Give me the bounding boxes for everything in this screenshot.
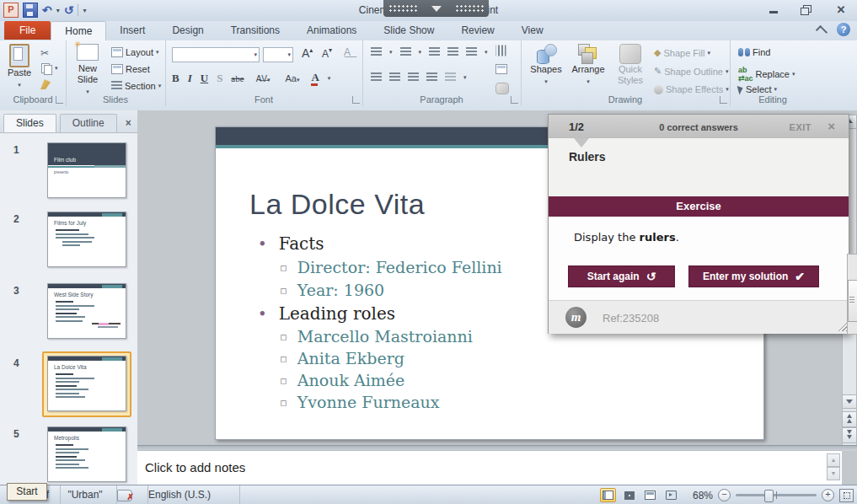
shape-outline-button[interactable]: ✎Shape Outline▾ bbox=[654, 66, 728, 77]
close-button[interactable]: ✕ bbox=[830, 3, 852, 16]
tab-design[interactable]: Design bbox=[158, 21, 217, 40]
slide-title[interactable]: La Dolce Vita bbox=[249, 188, 425, 221]
align-text-button[interactable] bbox=[495, 64, 507, 74]
exercise-drag-handle[interactable] bbox=[383, 0, 489, 17]
select-button[interactable]: Select▾ bbox=[738, 84, 777, 94]
align-left-icon[interactable] bbox=[371, 72, 382, 83]
notes-scroll-down-icon[interactable]: ▼ bbox=[827, 467, 840, 480]
shapes-button[interactable]: Shapes▾ bbox=[528, 44, 565, 87]
tab-view[interactable]: View bbox=[508, 21, 557, 40]
bullet-level2[interactable]: Anouk Aimée bbox=[280, 371, 404, 389]
zoom-level[interactable]: 68% bbox=[684, 490, 713, 501]
thumbnail-canvas[interactable]: Films for July bbox=[47, 212, 126, 267]
copy-button[interactable]: ▾ bbox=[40, 62, 58, 74]
exercise-scrollbar[interactable] bbox=[847, 254, 857, 335]
bullet-level2[interactable]: Marcello Mastroianni bbox=[280, 327, 473, 346]
minimize-button[interactable] bbox=[763, 3, 785, 16]
format-painter-button[interactable] bbox=[40, 79, 51, 89]
numbering-icon[interactable] bbox=[400, 47, 411, 57]
bullet-level2[interactable]: Yvonne Furneaux bbox=[280, 393, 440, 411]
zoom-out-button[interactable]: − bbox=[718, 489, 731, 501]
strikethrough-button[interactable]: abe bbox=[231, 73, 244, 83]
columns-icon[interactable] bbox=[445, 72, 456, 83]
thumbnail-canvas[interactable]: West Side Story bbox=[47, 283, 126, 339]
tab-slide-show[interactable]: Slide Show bbox=[370, 21, 447, 40]
reset-button[interactable]: Reset bbox=[111, 64, 150, 74]
tab-outline[interactable]: Outline bbox=[60, 114, 117, 132]
exercise-close-icon[interactable]: × bbox=[828, 119, 835, 133]
decrease-indent-icon[interactable] bbox=[429, 47, 440, 57]
collapse-ribbon-icon[interactable] bbox=[816, 24, 828, 36]
zoom-slider-thumb[interactable] bbox=[764, 490, 774, 502]
bullet-level2[interactable]: Anita Ekberg bbox=[280, 349, 404, 367]
start-again-button[interactable]: Start again↺ bbox=[568, 265, 675, 287]
replace-button[interactable]: ab⇄acReplace▾ bbox=[738, 66, 795, 83]
bullet-level1[interactable]: Leading roles bbox=[258, 303, 395, 324]
align-right-icon[interactable] bbox=[408, 72, 419, 83]
clear-formatting-button[interactable]: A̲͟ bbox=[340, 46, 354, 59]
quick-styles-button[interactable]: Quick Styles bbox=[612, 44, 649, 86]
font-color-dropdown[interactable]: ▾ bbox=[328, 75, 331, 82]
underline-button[interactable]: U bbox=[201, 72, 208, 85]
slide-thumbnail-1[interactable]: 1 Film club presents bbox=[0, 142, 137, 210]
restore-button[interactable] bbox=[796, 3, 818, 16]
thumbnail-canvas[interactable]: Film club presents bbox=[47, 142, 126, 198]
bullet-level2[interactable]: Year: 1960 bbox=[280, 281, 384, 299]
align-center-icon[interactable] bbox=[389, 72, 400, 83]
new-slide-button[interactable]: New Slide▾ bbox=[69, 44, 106, 97]
tab-insert[interactable]: Insert bbox=[106, 21, 158, 40]
drawing-dialog-launcher[interactable] bbox=[720, 96, 727, 104]
font-name-combo[interactable]: ▾ bbox=[172, 47, 260, 62]
zoom-slider[interactable] bbox=[736, 494, 817, 496]
find-button[interactable]: Find bbox=[738, 47, 770, 57]
cut-button[interactable]: ✂ bbox=[40, 47, 49, 59]
help-icon[interactable]: ? bbox=[837, 23, 850, 36]
next-slide-button[interactable] bbox=[842, 427, 857, 443]
thumbnail-canvas[interactable]: Metropolis bbox=[47, 426, 126, 482]
fit-to-window-button[interactable] bbox=[839, 489, 854, 502]
enter-my-solution-button[interactable]: Enter my solution✔ bbox=[688, 265, 819, 287]
italic-button[interactable]: I bbox=[188, 72, 192, 85]
slide-thumbnail-2[interactable]: 2 Films for July bbox=[0, 212, 137, 282]
slide-thumbnail-4-selected[interactable]: 4 La Dolce Vita bbox=[0, 356, 137, 430]
notes-scroll-up-icon[interactable]: ▲ bbox=[827, 453, 840, 467]
tab-home[interactable]: Home bbox=[51, 21, 106, 40]
bullets-icon[interactable] bbox=[371, 47, 382, 57]
justify-icon[interactable] bbox=[426, 72, 437, 83]
increase-indent-icon[interactable] bbox=[447, 47, 458, 57]
tab-transitions[interactable]: Transitions bbox=[217, 21, 293, 40]
layout-button[interactable]: Layout▾ bbox=[111, 47, 159, 57]
exercise-header[interactable]: 1/2 0 correct answers EXIT × bbox=[549, 115, 849, 138]
slide-sorter-view-button[interactable] bbox=[621, 488, 637, 502]
notes-pane[interactable]: Click to add notes ▲ ▼ bbox=[137, 450, 842, 485]
clipboard-dialog-launcher[interactable] bbox=[56, 96, 63, 104]
slide-show-button[interactable] bbox=[663, 488, 679, 502]
theme-indicator[interactable]: "Urban" bbox=[54, 485, 117, 504]
font-size-value[interactable]: ▾ bbox=[263, 47, 293, 62]
thumbnail-canvas[interactable]: La Dolce Vita bbox=[47, 356, 126, 411]
grow-font-button[interactable]: A▴ bbox=[298, 46, 316, 61]
text-direction-button[interactable] bbox=[495, 46, 506, 56]
reading-view-button[interactable] bbox=[642, 488, 658, 502]
shadow-button[interactable]: S bbox=[217, 72, 222, 85]
scroll-down-button[interactable] bbox=[842, 394, 857, 409]
shape-effects-button[interactable]: Shape Effects▾ bbox=[654, 84, 729, 94]
line-spacing-icon[interactable] bbox=[466, 47, 477, 57]
tab-slides[interactable]: Slides bbox=[3, 114, 56, 132]
font-dialog-launcher[interactable] bbox=[352, 96, 360, 104]
language-indicator[interactable]: English (U.S.) bbox=[142, 485, 240, 504]
tab-file[interactable]: File bbox=[4, 21, 51, 40]
change-case-button[interactable]: Aa▾ bbox=[281, 72, 303, 84]
arrange-button[interactable]: Arrange▾ bbox=[568, 44, 608, 87]
normal-view-button[interactable] bbox=[600, 488, 616, 502]
previous-slide-button[interactable] bbox=[842, 411, 857, 427]
paragraph-dialog-launcher[interactable] bbox=[511, 96, 518, 104]
tab-animations[interactable]: Animations bbox=[293, 21, 370, 40]
font-color-button[interactable]: A bbox=[311, 71, 319, 86]
bullet-level2[interactable]: Director: Federico Fellini bbox=[280, 258, 502, 276]
character-spacing-button[interactable]: A̶V̶▾ bbox=[253, 73, 274, 84]
tab-review[interactable]: Review bbox=[447, 21, 507, 40]
notes-placeholder[interactable]: Click to add notes bbox=[145, 460, 245, 475]
bullet-level1[interactable]: Facts bbox=[258, 233, 324, 254]
section-button[interactable]: Section▾ bbox=[111, 81, 161, 91]
